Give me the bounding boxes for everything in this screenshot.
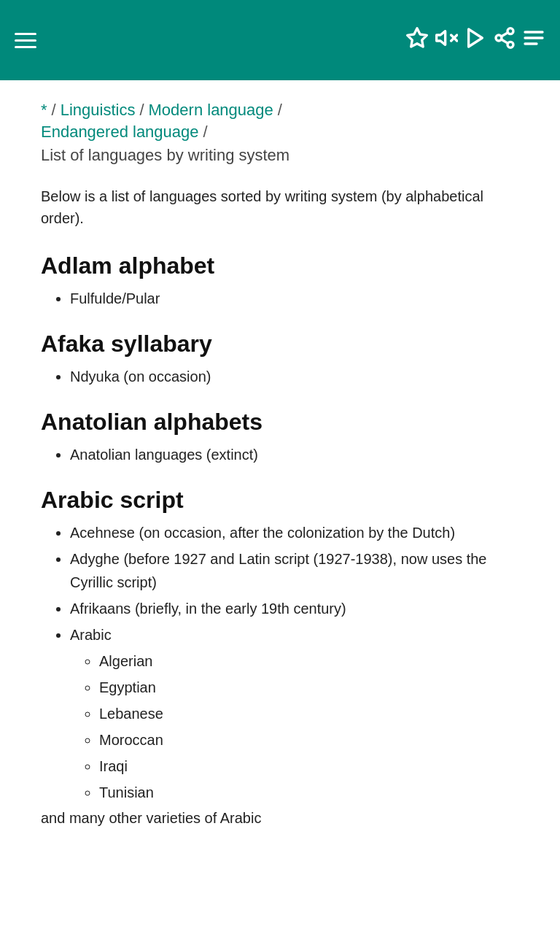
list-item: Acehnese (on occasion, after the coloniz… [70,521,519,544]
svg-marker-4 [469,29,483,47]
breadcrumb: * / Linguistics / Modern language / Enda… [0,80,560,174]
section-heading-0: Adlam alphabet [41,252,519,279]
list-item: Afrikaans (briefly, in the early 19th ce… [70,597,519,620]
top-header [0,0,560,80]
svg-line-9 [501,32,508,36]
list-item: Fulfulde/Pular [70,287,519,310]
svg-marker-1 [437,31,446,45]
play-icon[interactable] [464,26,487,55]
breadcrumb-sep-1: / [52,101,56,120]
breadcrumb-sep-3: / [278,101,282,120]
svg-line-8 [501,39,508,43]
truncated-text: and many other varieties of Arabic [41,810,519,827]
breadcrumb-current-page: List of languages by writing system [41,146,519,165]
sub-list-3-3: AlgerianEgyptianLebaneseMoroccanIraqiTun… [70,649,519,804]
list-item: ArabicAlgerianEgyptianLebaneseMoroccanIr… [70,623,519,804]
header-icons [405,26,545,55]
breadcrumb-linguistics-link[interactable]: Linguistics [61,101,136,120]
section-list-1: Ndyuka (on occasion) [41,365,519,388]
sections-container: Adlam alphabetFulfulde/PularAfaka syllab… [41,252,519,804]
share-icon[interactable] [493,26,516,55]
list-item: Egyptian [99,676,519,699]
list-item: Moroccan [99,728,519,752]
star-icon[interactable] [405,26,429,55]
hamburger-menu-button[interactable] [15,33,36,48]
section-heading-3: Arabic script [41,487,519,514]
section-heading-1: Afaka syllabary [41,331,519,358]
breadcrumb-sep-4: / [203,123,208,142]
list-item: Lebanese [99,702,519,725]
section-list-0: Fulfulde/Pular [41,287,519,310]
mute-icon[interactable] [435,26,458,55]
breadcrumb-modern-language-link[interactable]: Modern language [149,101,273,120]
list-item: Anatolian languages (extinct) [70,443,519,466]
overflow-menu-icon[interactable] [522,26,545,55]
list-item: Tunisian [99,781,519,804]
list-item: Iraqi [99,754,519,778]
svg-marker-0 [408,28,427,46]
breadcrumb-root-link[interactable]: * [41,101,47,120]
list-item: Ndyuka (on occasion) [70,365,519,388]
main-content: Below is a list of languages sorted by w… [0,174,560,856]
list-item: Adyghe (before 1927 and Latin script (19… [70,547,519,594]
breadcrumb-endangered-language-link[interactable]: Endangered language [41,123,199,142]
list-item: Algerian [99,649,519,673]
breadcrumb-sep-2: / [139,101,144,120]
section-list-2: Anatolian languages (extinct) [41,443,519,466]
intro-paragraph: Below is a list of languages sorted by w… [41,185,519,229]
section-heading-2: Anatolian alphabets [41,409,519,436]
section-list-3: Acehnese (on occasion, after the coloniz… [41,521,519,804]
